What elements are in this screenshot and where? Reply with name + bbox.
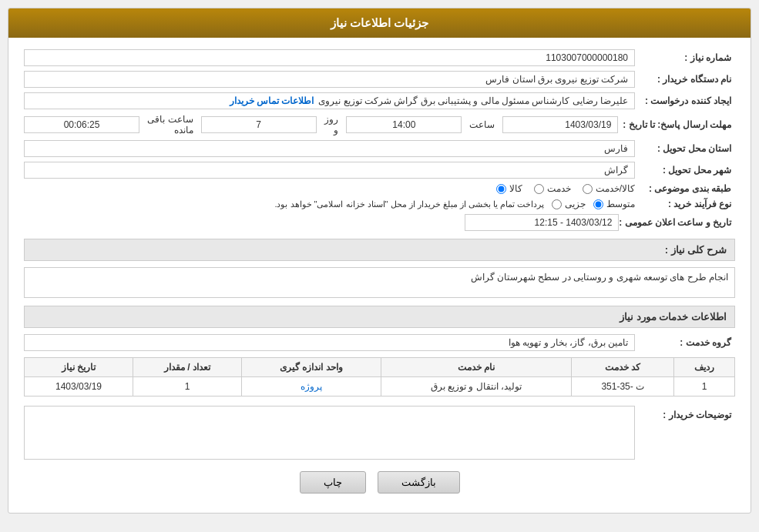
buyer-org-row: نام دستگاه خریدار : شرکت توزیع نیروی برق… [24,71,735,88]
table-row: 1 ت -35-351 تولید، انتقال و توزیع برق پر… [25,377,735,396]
buyer-org-value: شرکت توزیع نیروی برق استان فارس [24,71,635,88]
delivery-province-row: استان محل تحویل : فارس [24,140,735,157]
deadline-remaining: 00:06:25 [24,116,139,133]
service-group-value: تامین برق، گاز، بخار و تهویه هوا [24,334,635,351]
creator-label: ایجاد کننده درخواست : [635,95,735,106]
delivery-city-label: شهر محل تحویل : [635,165,735,176]
category-row: طبقه بندی موضوعی : کالا/خدمت خدمت کالا [24,183,735,194]
cell-service-name: تولید، انتقال و توزیع برق [381,377,572,396]
cell-service-code: ت -35-351 [572,377,674,396]
buyer-org-label: نام دستگاه خریدار : [635,74,735,85]
deadline-time: 14:00 [346,116,462,133]
services-table: ردیف کد خدمت نام خدمت واحد اندازه گیری ت… [24,357,735,396]
delivery-city-value: گراش [24,162,635,179]
col-service-name: نام خدمت [381,358,572,377]
deadline-days: 7 [201,116,317,133]
creator-value: علیرضا رضایی کارشناس مسئول مالی و پشتیبا… [24,92,635,109]
purchase-type-label: نوع فرآیند خرید : [635,199,735,209]
category-option-kala[interactable]: کالا [496,183,522,194]
category-label: طبقه بندی موضوعی : [635,183,735,194]
col-row-num: ردیف [674,358,735,377]
buyer-notes-section: توضیحات خریدار : [24,406,735,460]
general-desc-row: انجام طرح های توسعه شهری و روستایی در سط… [24,267,735,298]
col-date: تاریخ نیاز [25,358,133,377]
delivery-province-value: فارس [24,140,635,157]
announce-datetime-row: تاریخ و ساعت اعلان عمومی : 1403/03/12 - … [24,214,735,231]
creator-row: ایجاد کننده درخواست : علیرضا رضایی کارشن… [24,92,735,109]
col-quantity: تعداد / مقدار [133,358,242,377]
category-option-kala-khedmat[interactable]: کالا/خدمت [583,183,635,194]
general-desc-value: انجام طرح های توسعه شهری و روستایی در سط… [24,267,735,298]
deadline-date: 1403/03/19 [502,116,618,133]
deadline-remaining-label: ساعت باقی مانده [144,114,196,136]
button-row: بازگشت چاپ [24,471,735,501]
cell-unit: پروژه [241,377,381,396]
announce-datetime-label: تاریخ و ساعت اعلان عمومی : [619,217,735,228]
purchase-type-row: نوع فرآیند خرید : متوسط جزیی پرداخت تمام… [24,199,735,209]
col-unit: واحد اندازه گیری [241,358,381,377]
purchase-type-option-motavset[interactable]: متوسط [593,199,635,209]
deadline-label: مهلت ارسال پاسخ: تا تاریخ : [623,119,735,130]
print-button[interactable]: چاپ [300,471,366,494]
delivery-province-label: استان محل تحویل : [635,143,735,154]
page-title: جزئیات اطلاعات نیاز [8,8,751,38]
announce-datetime-value: 1403/03/12 - 12:15 [465,214,619,231]
need-number-value: 1103007000000180 [24,49,635,66]
need-number-row: شماره نیاز : 1103007000000180 [24,49,735,66]
deadline-row: مهلت ارسال پاسخ: تا تاریخ : 1403/03/19 س… [24,114,735,136]
purchase-type-options: متوسط جزیی پرداخت تمام یا بخشی از مبلغ خ… [274,199,635,209]
general-desc-section-title: شرح کلی نیاز : [24,239,735,261]
deadline-time-label: ساعت [466,119,498,130]
creator-contact-link[interactable]: اطلاعات تماس خریدار [230,95,314,106]
back-button[interactable]: بازگشت [378,471,460,494]
cell-date: 1403/03/19 [25,377,133,396]
need-number-label: شماره نیاز : [635,52,735,63]
service-group-label: گروه خدمت : [635,337,735,348]
buyer-notes-textarea[interactable] [24,406,635,460]
services-section-title: اطلاعات خدمات مورد نیاز [24,306,735,328]
cell-quantity: 1 [133,377,242,396]
service-group-row: گروه خدمت : تامین برق، گاز، بخار و تهویه… [24,334,735,351]
table-header-row: ردیف کد خدمت نام خدمت واحد اندازه گیری ت… [25,358,735,377]
deadline-days-label: روز و [321,114,342,136]
category-options: کالا/خدمت خدمت کالا [496,183,635,194]
cell-row-num: 1 [674,377,735,396]
category-option-khedmat[interactable]: خدمت [534,183,571,194]
buyer-notes-label: توضیحات خریدار : [635,406,735,420]
delivery-city-row: شهر محل تحویل : گراش [24,162,735,179]
purchase-type-note: پرداخت تمام یا بخشی از مبلغ خریدار از مح… [274,199,544,209]
purchase-type-option-jozi[interactable]: جزیی [552,199,586,209]
col-service-code: کد خدمت [572,358,674,377]
